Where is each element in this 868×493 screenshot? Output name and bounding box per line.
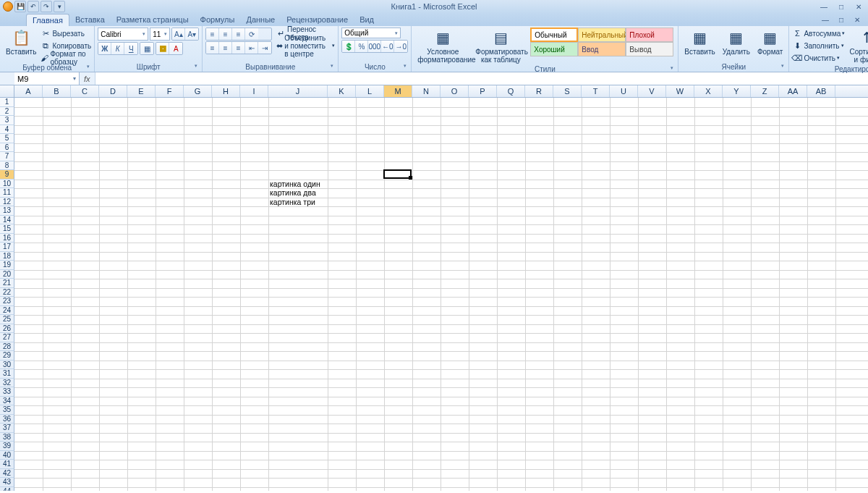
col-header-D[interactable]: D (99, 85, 127, 97)
style-Хороший[interactable]: Хороший (530, 42, 578, 56)
style-Плохой[interactable]: Плохой (626, 28, 673, 42)
align-top-icon[interactable]: ≡ (206, 28, 219, 40)
font-color-button[interactable]: A (169, 43, 182, 54)
row-header-37[interactable]: 37 (0, 424, 14, 433)
row-header-28[interactable]: 28 (0, 342, 14, 352)
col-header-Q[interactable]: Q (497, 85, 525, 97)
qat-undo[interactable]: ↶ (27, 1, 39, 12)
grow-font-icon[interactable]: A▴ (172, 28, 185, 40)
col-header-P[interactable]: P (469, 85, 497, 97)
row-header-7[interactable]: 7 (0, 152, 14, 161)
row-header-20[interactable]: 20 (0, 270, 14, 279)
row-header-5[interactable]: 5 (0, 134, 14, 143)
row-header-12[interactable]: 12 (0, 198, 14, 207)
row-header-44[interactable]: 44 (0, 487, 14, 492)
row-header-18[interactable]: 18 (0, 252, 14, 261)
row-header-27[interactable]: 27 (0, 333, 14, 342)
col-header-H[interactable]: H (212, 85, 240, 97)
col-header-J[interactable]: J (268, 85, 328, 97)
row-header-36[interactable]: 36 (0, 415, 14, 424)
col-header-T[interactable]: T (582, 85, 610, 97)
row-header-34[interactable]: 34 (0, 397, 14, 406)
number-format-select[interactable]: Общий (341, 28, 401, 38)
col-header-S[interactable]: S (553, 85, 582, 97)
fill-color-button[interactable]: 🞓 (156, 43, 169, 54)
qat-save[interactable]: 💾 (14, 1, 26, 12)
tab-Формулы[interactable]: Формулы (195, 14, 241, 26)
row-header-22[interactable]: 22 (0, 288, 14, 298)
ribbon-close-icon[interactable]: ✕ (851, 14, 864, 25)
format-painter-button[interactable]: 🖌Формат по образцу (41, 52, 91, 64)
col-header-E[interactable]: E (127, 85, 156, 97)
ribbon-help-icon[interactable]: □ (835, 14, 848, 25)
align-right-icon[interactable]: ≡ (232, 42, 245, 54)
row-header-25[interactable]: 25 (0, 315, 14, 324)
clear-button[interactable]: ⌫Очистить▾ (792, 52, 845, 64)
ribbon-minimize-icon[interactable]: — (819, 14, 832, 25)
qat-redo[interactable]: ↷ (41, 1, 52, 12)
row-header-42[interactable]: 42 (0, 469, 14, 479)
insert-cells-button[interactable]: ▦Вставить (681, 28, 718, 57)
delete-cells-button[interactable]: ▦Удалить (720, 28, 753, 57)
col-header-K[interactable]: K (328, 85, 356, 97)
row-header-23[interactable]: 23 (0, 297, 14, 306)
row-header-1[interactable]: 1 (0, 98, 14, 107)
row-header-40[interactable]: 40 (0, 451, 14, 460)
col-header-W[interactable]: W (666, 85, 694, 97)
cut-button[interactable]: ✂Вырезать (41, 28, 91, 39)
col-header-L[interactable]: L (356, 85, 384, 97)
row-header-15[interactable]: 15 (0, 224, 14, 234)
align-middle-icon[interactable]: ≡ (219, 28, 232, 40)
select-all-corner[interactable] (0, 85, 14, 97)
col-header-AA[interactable]: AA (779, 85, 807, 97)
tab-Рецензирование[interactable]: Рецензирование (281, 14, 354, 26)
row-header-26[interactable]: 26 (0, 324, 14, 334)
orientation-icon[interactable]: ⟳ (245, 28, 258, 40)
row-header-2[interactable]: 2 (0, 107, 14, 117)
row-header-38[interactable]: 38 (0, 433, 14, 442)
row-header-17[interactable]: 17 (0, 243, 14, 252)
row-header-31[interactable]: 31 (0, 369, 14, 379)
style-gallery[interactable]: ОбычныйНейтральныйПлохойХорошийВводВывод (530, 28, 675, 56)
col-header-AB[interactable]: AB (807, 85, 835, 97)
tab-Разметка страницы[interactable]: Разметка страницы (111, 14, 195, 26)
font-name-select[interactable]: Calibri (98, 28, 148, 41)
close-button[interactable]: ✕ (852, 1, 865, 12)
col-header-C[interactable]: C (71, 85, 99, 97)
row-header-30[interactable]: 30 (0, 361, 14, 370)
row-header-32[interactable]: 32 (0, 379, 14, 388)
row-header-8[interactable]: 8 (0, 161, 14, 171)
style-Нейтральный[interactable]: Нейтральный (578, 28, 626, 42)
row-header-9[interactable]: 9 (0, 170, 14, 180)
row-header-3[interactable]: 3 (0, 116, 14, 125)
cell-J10[interactable]: картинка один (268, 180, 322, 189)
shrink-font-icon[interactable]: A▾ (185, 28, 198, 40)
row-header-33[interactable]: 33 (0, 387, 14, 397)
col-header-Y[interactable]: Y (723, 85, 751, 97)
row-header-21[interactable]: 21 (0, 279, 14, 288)
currency-icon[interactable]: 💲 (342, 41, 355, 52)
format-cells-button[interactable]: ▦Формат (754, 28, 786, 57)
cells-area[interactable]: картинка одинкартинка двакартинка три (14, 98, 868, 491)
row-header-29[interactable]: 29 (0, 351, 14, 361)
row-header-19[interactable]: 19 (0, 261, 14, 270)
fx-icon[interactable]: fx (80, 75, 95, 83)
col-header-B[interactable]: B (43, 85, 71, 97)
col-header-G[interactable]: G (184, 85, 212, 97)
align-bottom-icon[interactable]: ≡ (232, 28, 245, 40)
tab-Главная[interactable]: Главная (26, 14, 69, 26)
fill-button[interactable]: ⬇Заполнить▾ (792, 40, 845, 51)
comma-icon[interactable]: 000 (368, 41, 381, 52)
bold-button[interactable]: Ж (98, 43, 111, 54)
row-header-16[interactable]: 16 (0, 234, 14, 243)
col-header-M[interactable]: M (384, 85, 412, 97)
col-header-F[interactable]: F (156, 85, 184, 97)
indent-dec-icon[interactable]: ⇤ (245, 42, 258, 54)
decrease-decimal-icon[interactable]: →0 (394, 41, 407, 52)
increase-decimal-icon[interactable]: ←0 (381, 41, 394, 52)
row-header-35[interactable]: 35 (0, 405, 14, 415)
col-header-X[interactable]: X (694, 85, 723, 97)
align-center-icon[interactable]: ≡ (219, 42, 232, 54)
style-Вывод[interactable]: Вывод (626, 42, 673, 56)
col-header-R[interactable]: R (525, 85, 553, 97)
